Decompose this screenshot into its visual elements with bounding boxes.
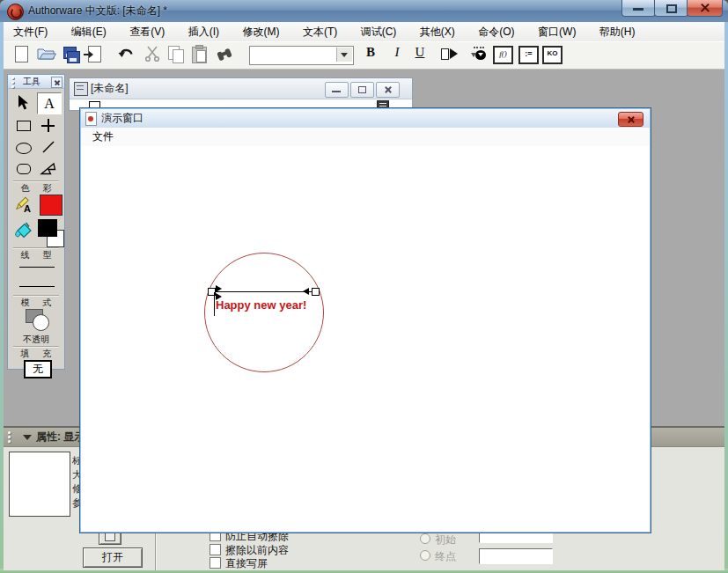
window-glyph-icon (105, 533, 115, 541)
fill-color-tool[interactable] (13, 221, 36, 244)
menu-view[interactable]: 查看(V) (120, 22, 174, 41)
menu-modify[interactable]: 修改(M) (232, 22, 289, 41)
menu-edit[interactable]: 编辑(E) (62, 22, 116, 41)
open-button[interactable]: 打开 (83, 547, 143, 568)
section-fill-label: 填 充 (8, 348, 64, 360)
line-style-sample-1[interactable] (19, 267, 55, 268)
palette-grip[interactable] (11, 77, 14, 79)
undo-icon (117, 45, 136, 64)
text-style-combo[interactable] (249, 46, 354, 65)
rectangle-tool[interactable] (11, 115, 34, 136)
tool-palette-titlebar[interactable]: 工具 (8, 75, 64, 89)
import-button[interactable] (85, 45, 105, 64)
underline-button[interactable]: U (410, 45, 430, 64)
design-file-icon (74, 82, 88, 96)
authorware-logo-icon (7, 4, 24, 20)
diagonal-line-tool[interactable] (37, 137, 60, 158)
design-minimize-button[interactable] (325, 82, 349, 98)
palette-close-button[interactable] (51, 77, 63, 88)
menu-other[interactable]: 其他(X) (410, 22, 465, 41)
minimize-button[interactable] (621, 0, 656, 17)
menu-bar: 文件(F) 编辑(E) 查看(V) 插入(I) 修改(M) 文本(T) 调试(C… (4, 22, 724, 42)
mode-circle-icon (33, 314, 49, 331)
foreground-color-swatch[interactable] (40, 195, 63, 216)
knowledge-objects-button[interactable]: KO (542, 45, 562, 64)
mode-label: 不透明 (8, 334, 64, 346)
section-modes-label: 模 式 (8, 297, 64, 309)
text-object-ruler[interactable] (211, 291, 314, 292)
right-indent-marker[interactable] (303, 288, 309, 295)
mode-preview[interactable] (24, 309, 50, 332)
rounded-rectangle-tool[interactable] (11, 158, 34, 179)
find-button[interactable] (215, 45, 234, 64)
design-window-title: [未命名] (91, 78, 129, 99)
ruler-right-handle[interactable] (312, 288, 320, 296)
rectangle-icon (17, 121, 31, 131)
design-window: [未命名] (69, 77, 413, 111)
functions-button[interactable]: f() (493, 45, 512, 64)
close-button[interactable] (687, 0, 723, 17)
italic-button[interactable]: I (387, 45, 407, 64)
presentation-close-button[interactable] (618, 112, 643, 127)
stroke-color-swatch[interactable] (38, 219, 57, 237)
app-titlebar[interactable]: Authorware 中文版: [未命名] * (0, 0, 728, 23)
polygon-tool[interactable] (37, 158, 60, 179)
section-colors-label: 色 彩 (8, 182, 64, 195)
presentation-file-icon (85, 112, 97, 126)
panel-grip[interactable] (8, 431, 11, 434)
text-tool[interactable]: A (37, 92, 62, 114)
menu-insert[interactable]: 插入(I) (179, 22, 229, 41)
tool-palette: 工具 A 色 彩 (7, 74, 65, 370)
checkbox-direct-write[interactable] (210, 557, 221, 569)
left-indent-marker[interactable] (216, 285, 222, 292)
position-field-2[interactable] (479, 548, 553, 564)
presentation-canvas[interactable]: Happy new year! (81, 146, 650, 532)
bold-button[interactable]: B (361, 45, 380, 64)
presentation-menu-file[interactable]: 文件 (92, 128, 114, 146)
radio-label: 初始 (435, 534, 456, 546)
collapse-triangle-icon[interactable] (23, 435, 32, 440)
undo-button[interactable] (117, 45, 136, 64)
presentation-titlebar[interactable]: 演示窗口 (81, 109, 650, 129)
maximize-button[interactable] (654, 0, 688, 17)
copy-button[interactable] (167, 45, 187, 64)
ellipse-shape[interactable] (204, 253, 324, 372)
new-file-button[interactable] (12, 45, 32, 64)
menu-debug[interactable]: 调试(C) (351, 22, 407, 41)
app-title: Authorware 中文版: [未命名] * (28, 0, 167, 22)
ellipse-tool[interactable] (11, 137, 34, 158)
design-restore-button[interactable] (350, 82, 374, 98)
restore-icon (666, 4, 677, 13)
presentation-menubar: 文件 (81, 128, 650, 147)
text-color-tool[interactable]: A (13, 196, 36, 217)
save-all-button[interactable] (62, 45, 81, 64)
design-close-button[interactable] (376, 82, 400, 98)
minimize-icon (332, 91, 341, 92)
ellipse-icon (16, 143, 32, 154)
open-file-button[interactable] (37, 45, 56, 64)
run-button[interactable] (440, 45, 460, 64)
canvas-text[interactable]: Happy new year! (216, 298, 306, 312)
line-style-sample-2[interactable] (19, 286, 55, 287)
radio-end[interactable] (420, 550, 430, 561)
menu-help[interactable]: 帮助(H) (590, 22, 645, 41)
control-panel-button[interactable] (470, 45, 489, 64)
menu-window[interactable]: 窗口(W) (528, 22, 585, 41)
menu-commands[interactable]: 命令(O) (468, 22, 524, 41)
variables-icon: := (518, 46, 539, 64)
checkbox-erase-previous[interactable] (210, 544, 221, 555)
combo-dropdown-button[interactable] (336, 48, 352, 62)
pen-letter: A (24, 203, 31, 214)
display-preview-box[interactable] (9, 452, 70, 517)
variables-button[interactable]: := (518, 45, 538, 64)
paste-button[interactable] (190, 45, 210, 64)
design-window-titlebar[interactable]: [未命名] (70, 78, 412, 99)
run-icon (441, 48, 449, 60)
radio-initial[interactable] (420, 533, 430, 544)
menu-file[interactable]: 文件(F) (4, 22, 57, 41)
menu-text[interactable]: 文本(T) (293, 22, 347, 41)
fill-none-swatch[interactable]: 无 (24, 360, 52, 378)
pointer-tool[interactable] (11, 92, 34, 113)
cut-button[interactable] (143, 45, 163, 64)
line-tool[interactable] (37, 115, 60, 136)
